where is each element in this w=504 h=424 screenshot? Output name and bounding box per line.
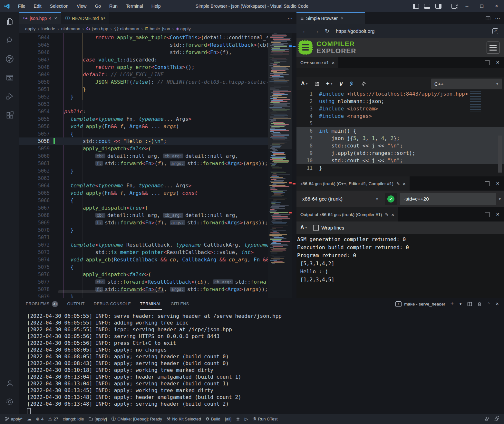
close-icon[interactable]: × — [332, 60, 335, 65]
breadcrumb-item-json.hpp[interactable]: C+json.hpp — [86, 26, 108, 31]
status-build[interactable]: ⚙Build — [203, 414, 223, 424]
toggle-secondary-sidebar-icon[interactable] — [435, 4, 441, 9]
close-panel-icon[interactable]: × — [496, 301, 499, 307]
extensions-icon[interactable] — [0, 106, 19, 124]
status-sync[interactable]: ☁ — [25, 414, 34, 424]
search-icon[interactable] — [0, 31, 19, 50]
status-git-branch[interactable]: apply* — [3, 414, 25, 424]
split-editor-icon[interactable] — [486, 16, 490, 21]
compiler-pane-tab[interactable]: x86-64 gcc (trunk) (C++, Editor #1, Comp… — [296, 176, 410, 191]
panel-tab-output[interactable]: OUTPUT — [67, 298, 84, 310]
menu-file[interactable]: File — [15, 2, 29, 10]
toggle-sidebar-icon[interactable] — [413, 4, 419, 9]
close-icon[interactable]: × — [392, 212, 394, 217]
close-tab-icon[interactable]: × — [54, 15, 57, 21]
output-pane-tab[interactable]: Output of x86-64 gcc (trunk) (Compiler #… — [296, 207, 398, 221]
terminal[interactable]: [2022-04-30 06:05:55] INFO: serve_header… — [19, 310, 504, 417]
settings-gear-icon[interactable] — [0, 392, 19, 411]
menu-run[interactable]: Run — [106, 2, 121, 10]
status-active-folder[interactable]: [apply] — [86, 414, 109, 424]
font-size-button[interactable]: A▼ — [301, 81, 308, 87]
menu-edit[interactable]: Edit — [30, 2, 45, 10]
more-actions-icon[interactable]: ··· — [287, 15, 293, 21]
font-size-button[interactable]: A▼ — [300, 225, 307, 231]
horizontal-scrollbar[interactable] — [58, 290, 164, 293]
panel-tab-gitlens[interactable]: GITLENS — [171, 298, 189, 310]
menu-view[interactable]: View — [73, 2, 90, 10]
status-warnings[interactable]: ⚠27 — [46, 414, 61, 424]
status-build-target[interactable]: [all] — [223, 414, 234, 424]
run-debug-icon[interactable] — [0, 87, 19, 106]
maximize-button[interactable]: □ — [474, 0, 489, 12]
panel-tab-debug-console[interactable]: DEBUG CONSOLE — [94, 298, 131, 310]
testing-icon[interactable] — [0, 68, 19, 87]
kill-terminal-icon[interactable] — [477, 302, 482, 306]
breadcrumb-item-apply[interactable]: ◈apply — [176, 26, 191, 31]
maximize-pane-icon[interactable] — [485, 60, 489, 65]
more-actions-icon[interactable]: ··· — [495, 15, 500, 21]
close-tab-icon[interactable]: × — [341, 15, 344, 21]
toggle-panel-icon[interactable] — [424, 4, 430, 9]
menu-help[interactable]: Help — [148, 2, 164, 10]
tab-readme-md[interactable]: ⓘ README.md 9+ — [61, 12, 110, 24]
status-feedback[interactable] — [482, 414, 492, 424]
status-run-ctest[interactable]: ⚗Run CTest — [250, 414, 280, 424]
edit-title-icon[interactable]: ✎ — [385, 212, 389, 217]
explorer-icon[interactable] — [0, 12, 19, 31]
close-icon[interactable]: × — [403, 181, 406, 186]
add-pane-button[interactable]: +▼ — [326, 80, 333, 87]
close-pane-icon[interactable]: × — [496, 59, 499, 66]
vim-mode-icon[interactable]: v — [340, 80, 343, 87]
godbolt-scrollbar[interactable] — [498, 136, 502, 173]
options-dropdown-icon[interactable]: ▼ — [498, 197, 501, 201]
source-control-icon[interactable] — [0, 50, 19, 68]
breadcrumb[interactable]: apply›include›nlohmann›C+json.hpp›{}nloh… — [19, 24, 302, 33]
status-kit-selection[interactable]: ⚒No Kit Selected — [164, 414, 203, 424]
source-pane-tab[interactable]: C++ source #1 × — [296, 57, 338, 68]
close-pane-icon[interactable]: × — [496, 211, 499, 218]
tab-json-hpp[interactable]: C+ json.hpp 4 × — [19, 12, 61, 24]
language-select[interactable]: C++▼ — [431, 79, 502, 89]
terminal-select[interactable]: > make - serve_header — [395, 301, 445, 307]
compiler-options-input[interactable]: -std=c++20 — [400, 193, 496, 205]
breadcrumb-item-nlohmann[interactable]: {}nlohmann — [114, 26, 139, 31]
customize-layout-icon[interactable] — [451, 4, 456, 9]
new-terminal-icon[interactable]: + — [451, 301, 454, 307]
menu-terminal[interactable]: Terminal — [122, 2, 147, 10]
status-launch-target[interactable]: ▷ — [242, 414, 250, 424]
hamburger-menu-icon[interactable] — [487, 42, 499, 54]
status-notifications[interactable] — [492, 414, 501, 424]
close-pane-icon[interactable]: × — [496, 180, 499, 187]
maximize-pane-icon[interactable] — [485, 181, 489, 186]
compiler-select[interactable]: x86-64 gcc (trunk)▼ — [299, 193, 381, 205]
breadcrumb-item-basic_json[interactable]: ⊞basic_json — [145, 26, 170, 31]
panel-tab-problems[interactable]: PROBLEMS31 — [26, 298, 58, 310]
minimap-slider[interactable] — [268, 43, 292, 149]
tab-simple-browser[interactable]: ≣ Simple Browser × — [296, 12, 365, 24]
split-terminal-icon[interactable] — [467, 302, 472, 306]
pin-icon[interactable] — [361, 81, 366, 86]
minimap[interactable] — [268, 33, 292, 298]
save-icon[interactable] — [315, 81, 319, 86]
maximize-panel-icon[interactable]: ⌃ — [487, 302, 490, 306]
godbolt-source-editor[interactable]: 1#include <https://localhost:8443/apply/… — [296, 90, 504, 176]
panel-tab-terminal[interactable]: TERMINAL — [140, 298, 161, 310]
close-button[interactable]: × — [489, 0, 504, 12]
open-external-icon[interactable]: ↗ — [492, 28, 498, 34]
menu-selection[interactable]: Selection — [46, 2, 72, 10]
wrap-lines-checkbox[interactable] — [313, 225, 319, 231]
code-editor[interactable]: 5044 return apply_make_tuple<ConstThis>(… — [19, 33, 296, 298]
breadcrumb-item-apply[interactable]: apply — [25, 26, 35, 31]
forward-icon[interactable]: → — [314, 28, 319, 34]
reload-icon[interactable]: ↻ — [325, 28, 329, 34]
menu-go[interactable]: Go — [91, 2, 104, 10]
url-input[interactable]: https://godbolt.org — [336, 28, 374, 34]
zoom-search-icon[interactable] — [349, 81, 354, 86]
status-errors[interactable]: ⊗4 — [34, 414, 46, 424]
maximize-pane-icon[interactable] — [485, 212, 489, 217]
status-clangd-status[interactable]: clangd: idle — [61, 414, 86, 424]
status-debug-target[interactable] — [234, 414, 242, 424]
terminal-dropdown-icon[interactable]: ▼ — [459, 302, 462, 306]
status-cmake-status[interactable]: ⓘCMake: [Debug]: Ready — [109, 414, 164, 424]
minimize-button[interactable]: – — [460, 0, 474, 12]
